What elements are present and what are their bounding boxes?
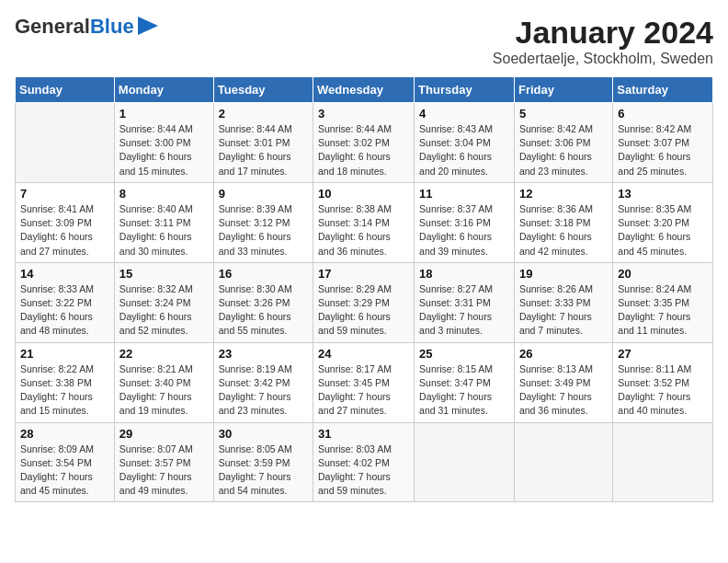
day-cell: 4Sunrise: 8:43 AMSunset: 3:04 PMDaylight… <box>415 103 515 183</box>
day-cell: 11Sunrise: 8:37 AMSunset: 3:16 PMDayligh… <box>415 182 515 262</box>
day-number: 29 <box>119 427 209 441</box>
day-number: 13 <box>618 187 708 201</box>
day-cell: 26Sunrise: 8:13 AMSunset: 3:49 PMDayligh… <box>514 342 612 422</box>
day-number: 15 <box>119 267 209 281</box>
header-cell-tuesday: Tuesday <box>213 77 313 103</box>
day-number: 17 <box>318 267 409 281</box>
day-info: Sunrise: 8:44 AMSunset: 3:02 PMDaylight:… <box>318 122 409 178</box>
day-number: 28 <box>20 427 109 441</box>
day-cell: 6Sunrise: 8:42 AMSunset: 3:07 PMDaylight… <box>613 103 713 183</box>
day-cell: 17Sunrise: 8:29 AMSunset: 3:29 PMDayligh… <box>313 262 415 342</box>
day-number: 14 <box>20 267 109 281</box>
header-cell-wednesday: Wednesday <box>313 77 415 103</box>
day-number: 22 <box>119 347 209 361</box>
logo-text: GeneralBlue <box>15 17 134 37</box>
day-info: Sunrise: 8:29 AMSunset: 3:29 PMDaylight:… <box>318 282 409 339</box>
header-cell-sunday: Sunday <box>16 77 115 103</box>
day-info: Sunrise: 8:39 AMSunset: 3:12 PMDaylight:… <box>219 202 308 259</box>
day-info: Sunrise: 8:07 AMSunset: 3:57 PMDaylight:… <box>119 442 209 499</box>
day-cell: 29Sunrise: 8:07 AMSunset: 3:57 PMDayligh… <box>114 422 213 502</box>
day-number: 12 <box>519 187 608 201</box>
day-info: Sunrise: 8:03 AMSunset: 4:02 PMDaylight:… <box>318 442 409 499</box>
week-row-3: 14Sunrise: 8:33 AMSunset: 3:22 PMDayligh… <box>16 262 713 342</box>
day-info: Sunrise: 8:13 AMSunset: 3:49 PMDaylight:… <box>519 362 608 419</box>
day-info: Sunrise: 8:27 AMSunset: 3:31 PMDaylight:… <box>419 282 509 339</box>
day-info: Sunrise: 8:22 AMSunset: 3:38 PMDaylight:… <box>20 362 109 419</box>
logo: GeneralBlue <box>15 15 158 39</box>
day-cell: 1Sunrise: 8:44 AMSunset: 3:00 PMDaylight… <box>114 103 213 183</box>
day-number: 5 <box>519 107 608 121</box>
day-number: 27 <box>618 347 708 361</box>
calendar-header: SundayMondayTuesdayWednesdayThursdayFrid… <box>16 77 713 103</box>
day-cell: 13Sunrise: 8:35 AMSunset: 3:20 PMDayligh… <box>613 182 713 262</box>
day-cell: 3Sunrise: 8:44 AMSunset: 3:02 PMDaylight… <box>313 103 415 183</box>
day-cell <box>613 422 713 502</box>
page-header: GeneralBlue January 2024 Soedertaelje, S… <box>15 15 713 67</box>
day-cell: 30Sunrise: 8:05 AMSunset: 3:59 PMDayligh… <box>213 422 313 502</box>
day-cell: 20Sunrise: 8:24 AMSunset: 3:35 PMDayligh… <box>613 262 713 342</box>
day-info: Sunrise: 8:19 AMSunset: 3:42 PMDaylight:… <box>219 362 308 419</box>
logo-arrow-icon <box>138 17 158 35</box>
day-info: Sunrise: 8:26 AMSunset: 3:33 PMDaylight:… <box>519 282 608 339</box>
day-number: 1 <box>119 107 209 121</box>
header-cell-saturday: Saturday <box>613 77 713 103</box>
day-cell: 2Sunrise: 8:44 AMSunset: 3:01 PMDaylight… <box>213 103 313 183</box>
day-number: 9 <box>219 187 308 201</box>
day-info: Sunrise: 8:42 AMSunset: 3:07 PMDaylight:… <box>618 122 708 178</box>
day-cell: 5Sunrise: 8:42 AMSunset: 3:06 PMDaylight… <box>514 103 612 183</box>
week-row-5: 28Sunrise: 8:09 AMSunset: 3:54 PMDayligh… <box>16 422 713 502</box>
day-info: Sunrise: 8:05 AMSunset: 3:59 PMDaylight:… <box>219 442 308 499</box>
day-info: Sunrise: 8:09 AMSunset: 3:54 PMDaylight:… <box>20 442 109 499</box>
day-cell <box>514 422 612 502</box>
day-number: 31 <box>318 427 409 441</box>
day-cell: 31Sunrise: 8:03 AMSunset: 4:02 PMDayligh… <box>313 422 415 502</box>
day-info: Sunrise: 8:41 AMSunset: 3:09 PMDaylight:… <box>20 202 109 259</box>
day-cell: 14Sunrise: 8:33 AMSunset: 3:22 PMDayligh… <box>16 262 115 342</box>
day-number: 16 <box>219 267 308 281</box>
page-subtitle: Soedertaelje, Stockholm, Sweden <box>493 51 713 67</box>
day-info: Sunrise: 8:11 AMSunset: 3:52 PMDaylight:… <box>618 362 708 419</box>
day-number: 18 <box>419 267 509 281</box>
day-info: Sunrise: 8:44 AMSunset: 3:01 PMDaylight:… <box>219 122 308 178</box>
day-cell <box>16 103 115 183</box>
day-info: Sunrise: 8:44 AMSunset: 3:00 PMDaylight:… <box>119 122 209 178</box>
day-number: 19 <box>519 267 608 281</box>
day-info: Sunrise: 8:42 AMSunset: 3:06 PMDaylight:… <box>519 122 608 178</box>
day-info: Sunrise: 8:32 AMSunset: 3:24 PMDaylight:… <box>119 282 209 339</box>
day-number: 23 <box>219 347 308 361</box>
day-number: 30 <box>219 427 308 441</box>
day-number: 4 <box>419 107 509 121</box>
day-number: 24 <box>318 347 409 361</box>
day-info: Sunrise: 8:43 AMSunset: 3:04 PMDaylight:… <box>419 122 509 178</box>
day-cell: 27Sunrise: 8:11 AMSunset: 3:52 PMDayligh… <box>613 342 713 422</box>
day-cell: 23Sunrise: 8:19 AMSunset: 3:42 PMDayligh… <box>213 342 313 422</box>
day-number: 25 <box>419 347 509 361</box>
week-row-1: 1Sunrise: 8:44 AMSunset: 3:00 PMDaylight… <box>16 103 713 183</box>
day-number: 8 <box>119 187 209 201</box>
day-info: Sunrise: 8:38 AMSunset: 3:14 PMDaylight:… <box>318 202 409 259</box>
day-info: Sunrise: 8:37 AMSunset: 3:16 PMDaylight:… <box>419 202 509 259</box>
day-cell: 8Sunrise: 8:40 AMSunset: 3:11 PMDaylight… <box>114 182 213 262</box>
calendar-body: 1Sunrise: 8:44 AMSunset: 3:00 PMDaylight… <box>16 103 713 502</box>
day-number: 6 <box>618 107 708 121</box>
week-row-2: 7Sunrise: 8:41 AMSunset: 3:09 PMDaylight… <box>16 182 713 262</box>
day-number: 21 <box>20 347 109 361</box>
header-cell-thursday: Thursday <box>415 77 515 103</box>
day-cell: 9Sunrise: 8:39 AMSunset: 3:12 PMDaylight… <box>213 182 313 262</box>
day-number: 20 <box>618 267 708 281</box>
day-cell: 10Sunrise: 8:38 AMSunset: 3:14 PMDayligh… <box>313 182 415 262</box>
week-row-4: 21Sunrise: 8:22 AMSunset: 3:38 PMDayligh… <box>16 342 713 422</box>
day-info: Sunrise: 8:36 AMSunset: 3:18 PMDaylight:… <box>519 202 608 259</box>
calendar-table: SundayMondayTuesdayWednesdayThursdayFrid… <box>15 76 713 502</box>
day-info: Sunrise: 8:17 AMSunset: 3:45 PMDaylight:… <box>318 362 409 419</box>
day-cell: 7Sunrise: 8:41 AMSunset: 3:09 PMDaylight… <box>16 182 115 262</box>
day-cell <box>415 422 515 502</box>
page-title: January 2024 <box>493 15 713 51</box>
svg-marker-0 <box>138 17 158 35</box>
day-info: Sunrise: 8:35 AMSunset: 3:20 PMDaylight:… <box>618 202 708 259</box>
header-cell-monday: Monday <box>114 77 213 103</box>
title-block: January 2024 Soedertaelje, Stockholm, Sw… <box>493 15 713 67</box>
day-number: 10 <box>318 187 409 201</box>
day-number: 11 <box>419 187 509 201</box>
day-cell: 19Sunrise: 8:26 AMSunset: 3:33 PMDayligh… <box>514 262 612 342</box>
